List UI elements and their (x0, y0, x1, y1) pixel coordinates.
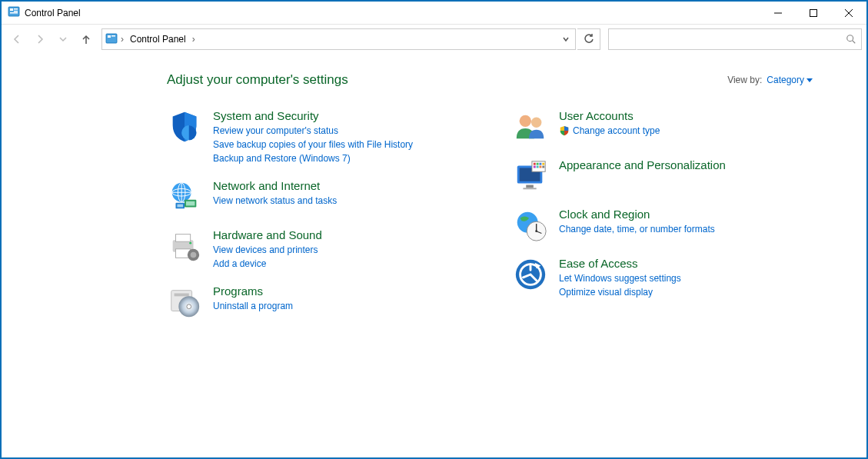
categories-grid: System and Security Review your computer… (167, 109, 813, 334)
shield-icon (167, 109, 202, 145)
globe-network-icon (167, 179, 202, 215)
svg-rect-41 (534, 163, 536, 165)
svg-rect-48 (542, 166, 544, 168)
address-bar[interactable]: › Control Panel › (101, 28, 576, 50)
titlebar: Control Panel (2, 2, 866, 25)
refresh-button[interactable] (577, 28, 600, 50)
monitor-colors-icon (513, 158, 548, 194)
svg-rect-10 (106, 34, 117, 43)
svg-rect-4 (10, 12, 18, 14)
category-appearance: Appearance and Personalization (513, 158, 813, 194)
svg-rect-2 (14, 8, 18, 10)
view-by-value: Category (767, 75, 804, 85)
navbar: › Control Panel › (2, 25, 866, 54)
address-dropdown-button[interactable] (557, 29, 575, 49)
column-left: System and Security Review your computer… (167, 109, 467, 334)
forward-button[interactable] (29, 28, 51, 50)
category-link[interactable]: View devices and printers (213, 243, 467, 257)
printer-icon (167, 228, 202, 264)
category-link[interactable]: Change account type (573, 124, 660, 138)
content-area: Adjust your computer's settings View by:… (2, 54, 866, 457)
svg-rect-12 (111, 35, 115, 37)
category-link[interactable]: Save backup copies of your files with Fi… (213, 138, 467, 151)
svg-rect-3 (14, 11, 18, 12)
ease-of-access-icon (513, 257, 548, 292)
category-network-internet: Network and Internet View network status… (167, 179, 467, 215)
recent-locations-button[interactable] (52, 28, 74, 50)
category-title[interactable]: Hardware and Sound (213, 228, 467, 241)
svg-rect-31 (175, 294, 189, 297)
window: Control Panel › Control Panel › Adj (0, 0, 868, 459)
category-system-security: System and Security Review your computer… (167, 109, 467, 165)
clock-globe-icon (513, 208, 548, 243)
category-title[interactable]: Programs (213, 284, 467, 298)
svg-rect-1 (10, 8, 13, 11)
svg-rect-38 (526, 185, 534, 188)
category-programs: Programs Uninstall a program (167, 284, 467, 320)
svg-rect-11 (108, 35, 111, 38)
svg-point-33 (187, 304, 191, 309)
svg-rect-39 (523, 188, 536, 189)
search-box[interactable] (608, 28, 862, 50)
up-button[interactable] (75, 28, 97, 50)
chevron-right-icon[interactable]: › (192, 34, 195, 45)
search-input[interactable] (614, 34, 846, 45)
chevron-right-icon[interactable]: › (121, 34, 124, 45)
svg-point-27 (189, 242, 191, 244)
category-title[interactable]: System and Security (213, 109, 467, 122)
page-title: Adjust your computer's settings (167, 72, 348, 88)
category-link[interactable]: Let Windows suggest settings (559, 271, 813, 285)
category-title[interactable]: Clock and Region (559, 208, 813, 221)
svg-rect-23 (177, 205, 183, 208)
svg-point-35 (531, 118, 541, 128)
view-by-dropdown[interactable]: Category (767, 75, 813, 85)
content-header: Adjust your computer's settings View by:… (167, 72, 813, 88)
column-right: User Accounts Change account type Appear… (513, 109, 813, 334)
category-link[interactable]: Add a device (213, 257, 467, 271)
category-link[interactable]: Review your computer's status (213, 124, 467, 138)
users-icon (513, 109, 548, 145)
category-ease-of-access: Ease of Access Let Windows suggest setti… (513, 257, 813, 299)
category-link[interactable]: Optimize visual display (559, 285, 813, 299)
svg-line-14 (853, 41, 856, 44)
svg-rect-25 (176, 234, 191, 242)
programs-disc-icon (167, 284, 202, 320)
view-by-control: View by: Category (727, 75, 813, 85)
close-button[interactable] (831, 2, 866, 25)
svg-marker-15 (806, 78, 813, 82)
control-panel-icon (8, 5, 20, 20)
svg-point-13 (847, 35, 853, 42)
svg-rect-47 (540, 166, 542, 168)
svg-rect-45 (534, 166, 536, 168)
category-link[interactable]: Backup and Restore (Windows 7) (213, 151, 467, 165)
category-title[interactable]: Network and Internet (213, 179, 467, 192)
category-title[interactable]: Ease of Access (559, 257, 813, 270)
svg-rect-43 (540, 163, 542, 165)
svg-rect-42 (537, 163, 539, 165)
back-button[interactable] (6, 28, 28, 50)
breadcrumb-item[interactable]: Control Panel (127, 32, 189, 46)
window-title: Control Panel (25, 8, 81, 18)
category-link[interactable]: Change date, time, or number formats (559, 222, 813, 236)
maximize-button[interactable] (796, 2, 831, 25)
titlebar-controls (760, 2, 866, 25)
svg-point-29 (191, 252, 197, 258)
category-title[interactable]: Appearance and Personalization (559, 158, 813, 171)
search-icon (846, 34, 856, 45)
svg-rect-6 (810, 9, 817, 16)
category-title[interactable]: User Accounts (559, 109, 813, 122)
view-by-label: View by: (727, 75, 762, 85)
category-link[interactable]: View network status and tasks (213, 194, 467, 208)
minimize-button[interactable] (760, 2, 796, 25)
category-clock-region: Clock and Region Change date, time, or n… (513, 208, 813, 243)
svg-point-34 (520, 115, 531, 127)
svg-point-53 (535, 230, 537, 232)
category-user-accounts: User Accounts Change account type (513, 109, 813, 145)
svg-rect-21 (186, 201, 195, 206)
svg-rect-44 (542, 163, 544, 165)
category-hardware-sound: Hardware and Sound View devices and prin… (167, 228, 467, 271)
category-link[interactable]: Uninstall a program (213, 299, 467, 313)
uac-shield-icon (559, 125, 570, 136)
control-panel-icon (105, 32, 118, 47)
svg-rect-46 (537, 166, 539, 168)
